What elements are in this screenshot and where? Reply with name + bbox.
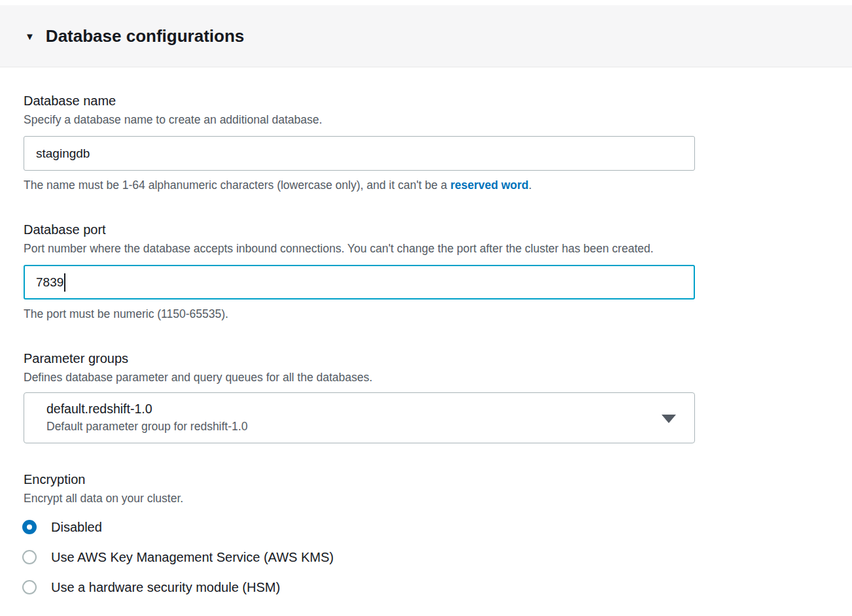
parameter-groups-description: Defines database parameter and query que… bbox=[24, 371, 826, 385]
database-port-input-wrap bbox=[24, 265, 695, 299]
encryption-label: Encryption bbox=[24, 472, 826, 487]
radio-unselected-icon[interactable] bbox=[22, 550, 37, 564]
database-name-description: Specify a database name to create an add… bbox=[24, 113, 826, 127]
selected-parameter-group-description: Default parameter group for redshift-1.0 bbox=[46, 420, 655, 434]
parameter-groups-label: Parameter groups bbox=[24, 351, 826, 366]
section-title: Database configurations bbox=[46, 26, 244, 46]
text-cursor bbox=[64, 273, 65, 292]
database-port-field: Database port Port number where the data… bbox=[24, 222, 826, 321]
constraint-text-suffix: . bbox=[529, 179, 532, 192]
database-configurations-section-header[interactable]: ▼ Database configurations bbox=[0, 5, 852, 67]
encryption-description: Encrypt all data on your cluster. bbox=[24, 492, 826, 505]
database-port-input[interactable] bbox=[24, 265, 695, 299]
selected-parameter-group-name: default.redshift-1.0 bbox=[46, 402, 655, 417]
database-port-label: Database port bbox=[24, 222, 826, 237]
collapse-triangle-icon[interactable]: ▼ bbox=[25, 31, 35, 41]
encryption-option-disabled-label: Disabled bbox=[51, 520, 102, 535]
parameter-groups-select[interactable]: default.redshift-1.0 Default parameter g… bbox=[24, 392, 695, 443]
select-caret-down-icon bbox=[662, 415, 676, 423]
constraint-text-prefix: The name must be 1-64 alphanumeric chara… bbox=[24, 179, 450, 192]
top-strip bbox=[0, 0, 852, 5]
database-name-field: Database name Specify a database name to… bbox=[24, 94, 826, 192]
encryption-option-disabled[interactable]: Disabled bbox=[24, 512, 826, 542]
radio-unselected-icon[interactable] bbox=[22, 580, 37, 594]
section-content: Database name Specify a database name to… bbox=[0, 67, 852, 602]
database-port-description: Port number where the database accepts i… bbox=[24, 242, 826, 256]
radio-selected-icon[interactable] bbox=[22, 520, 37, 534]
database-port-constraint: The port must be numeric (1150-65535). bbox=[24, 307, 826, 321]
encryption-option-aws-kms-label: Use AWS Key Management Service (AWS KMS) bbox=[51, 550, 334, 565]
reserved-word-link[interactable]: reserved word bbox=[450, 179, 529, 192]
encryption-option-hsm-label: Use a hardware security module (HSM) bbox=[51, 580, 280, 595]
database-name-constraint: The name must be 1-64 alphanumeric chara… bbox=[24, 179, 826, 192]
encryption-option-hsm[interactable]: Use a hardware security module (HSM) bbox=[24, 572, 826, 602]
encryption-field: Encryption Encrypt all data on your clus… bbox=[24, 472, 826, 602]
database-name-input[interactable] bbox=[24, 136, 695, 171]
database-name-label: Database name bbox=[24, 94, 826, 109]
parameter-groups-field: Parameter groups Defines database parame… bbox=[24, 351, 826, 443]
encryption-option-aws-kms[interactable]: Use AWS Key Management Service (AWS KMS) bbox=[24, 542, 826, 572]
